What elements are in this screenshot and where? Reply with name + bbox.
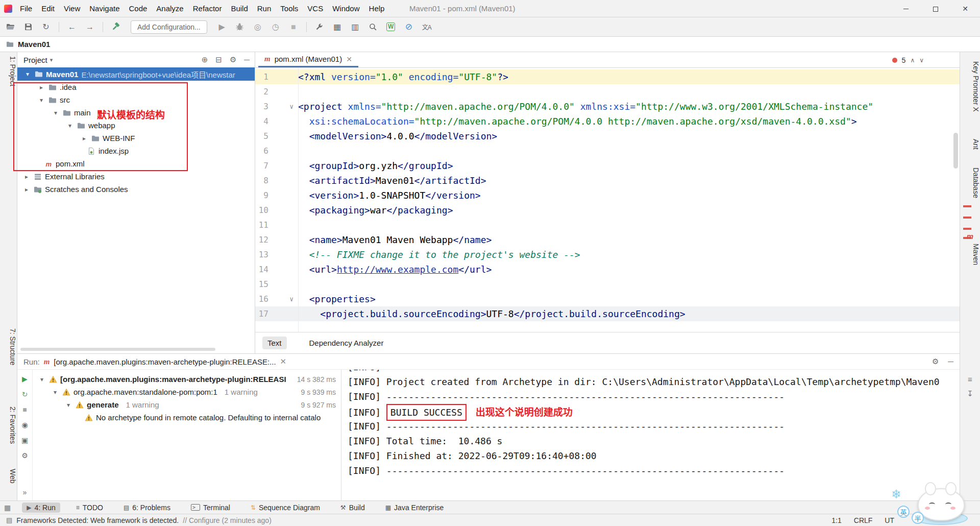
run-tree-item[interactable]: ▾[org.apache.maven.plugins:maven-archety… xyxy=(33,373,341,386)
chevron-right-icon[interactable]: ▸ xyxy=(80,135,88,142)
layout-icon[interactable]: ▥ xyxy=(350,22,360,32)
line-ending[interactable]: CRLF xyxy=(854,516,873,524)
code-line[interactable]: 15 xyxy=(255,277,960,292)
build-hammer-icon[interactable] xyxy=(111,22,121,32)
add-configuration-button[interactable]: Add Configuration... xyxy=(131,20,207,34)
chevron-down-icon[interactable]: ▾ xyxy=(64,401,72,409)
close-icon[interactable]: ✕ xyxy=(346,55,352,63)
code-line[interactable]: 11 xyxy=(255,218,960,232)
power-save-icon[interactable]: ⊘ xyxy=(404,22,414,32)
eye-icon[interactable]: ◉ xyxy=(21,421,28,429)
code-line[interactable]: 14 <url>http://www.example.com</url> xyxy=(255,262,960,277)
menu-item-tools[interactable]: Tools xyxy=(276,3,303,14)
run-tab-label[interactable]: [org.apache.maven.plugins:maven-archetyp… xyxy=(54,357,276,366)
minimize-button[interactable]: ─ xyxy=(891,0,921,17)
editor-scrollbar[interactable] xyxy=(953,133,958,169)
close-button[interactable]: ✕ xyxy=(950,0,980,17)
toolwindow-tab-todo[interactable]: ≡TODO xyxy=(71,503,108,513)
menu-item-refactor[interactable]: Refactor xyxy=(188,3,227,14)
status-message-suffix[interactable]: // Configure (2 minutes ago) xyxy=(183,516,272,524)
tab-dependency-analyzer[interactable]: Dependency Analyzer xyxy=(304,337,389,349)
chevron-right-icon[interactable]: ▸ xyxy=(22,173,31,180)
tab-text[interactable]: Text xyxy=(262,337,287,349)
toolwindow-tab-play[interactable]: ▶4: Run xyxy=(22,503,60,513)
save-icon[interactable] xyxy=(23,22,33,32)
menu-item-file[interactable]: File xyxy=(15,3,37,14)
code-line[interactable]: 3∨<project xmlns="http://maven.apache.or… xyxy=(255,99,960,114)
menu-item-navigate[interactable]: Navigate xyxy=(85,3,124,14)
tree-item--idea[interactable]: ▸.idea xyxy=(17,81,255,93)
run-icon[interactable]: ▶ xyxy=(217,22,227,32)
locate-file-icon[interactable]: ⊕ xyxy=(202,55,208,64)
code-line[interactable]: 17 <project.build.sourceEncoding>UTF-8</… xyxy=(255,306,960,321)
stop-icon[interactable]: ■ xyxy=(288,22,299,32)
toolwindow-tab-java-ee[interactable]: ▦Java Enterprise xyxy=(381,503,449,513)
toolwindow-switcher-icon[interactable]: ▦ xyxy=(4,504,11,512)
ime-lang-badge[interactable]: 英 xyxy=(897,506,910,518)
gear-icon[interactable]: ⚙ xyxy=(230,55,236,64)
settings-wrench-icon[interactable] xyxy=(314,22,325,32)
code-line[interactable]: 1<?xml version="1.0" encoding="UTF-8"?> xyxy=(255,69,960,84)
tree-item-external-libraries[interactable]: ▸External Libraries xyxy=(17,170,255,183)
caret-position[interactable]: 1:1 xyxy=(831,516,841,524)
tree-item-src[interactable]: ▾src xyxy=(17,93,255,106)
sync-icon[interactable]: ↻ xyxy=(41,22,51,32)
console-output[interactable]: [INFO] ---------------------------------… xyxy=(341,370,960,500)
fold-icon[interactable]: ∨ xyxy=(268,292,298,306)
code-area[interactable]: 1<?xml version="1.0" encoding="UTF-8"?>2… xyxy=(255,68,960,332)
menu-item-view[interactable]: View xyxy=(59,3,85,14)
tree-item-pom-xml[interactable]: mpom.xml xyxy=(17,157,255,170)
run-tree-item[interactable]: ▾generate1 warning9 s 927 ms xyxy=(33,398,341,411)
stripe-button-favorites[interactable]: 2: Favorites xyxy=(0,407,17,444)
stripe-button-project[interactable]: 1: Project xyxy=(0,56,17,86)
chevron-right-icon[interactable]: ▸ xyxy=(22,186,31,193)
stripe-button-structure[interactable]: 7: Structure xyxy=(0,328,17,365)
forward-icon[interactable]: → xyxy=(85,22,95,32)
breadcrumb[interactable]: Maven01 xyxy=(18,40,50,49)
code-line[interactable]: 9 <version>1.0-SNAPSHOT</version> xyxy=(255,188,960,203)
wakatime-icon[interactable]: W xyxy=(386,22,396,32)
tree-item-project-root[interactable]: ▾ Maven01 E:\newstart\springboot+vue\ide… xyxy=(17,67,255,81)
chevron-down-icon[interactable]: ▾ xyxy=(23,70,32,78)
chevron-down-icon[interactable]: ▾ xyxy=(52,109,60,116)
soft-wrap-icon[interactable]: ≡ xyxy=(960,375,980,384)
chevron-down-icon[interactable]: ▾ xyxy=(51,389,59,396)
status-message[interactable]: Frameworks Detected: Web framework is de… xyxy=(16,516,179,524)
prev-error-icon[interactable]: ∧ xyxy=(910,57,915,64)
tree-item-scratches-and-consoles[interactable]: ▸Scratches and Consoles xyxy=(17,183,255,196)
rerun-button[interactable]: ▶ xyxy=(22,375,28,383)
code-line[interactable]: 4 xsi:schemaLocation="http://maven.apach… xyxy=(255,114,960,129)
profiler-icon[interactable]: ◷ xyxy=(271,22,281,32)
close-icon[interactable]: ✕ xyxy=(280,357,287,366)
stripe-button-web[interactable]: Web xyxy=(0,469,17,484)
horizontal-scrollbar[interactable] xyxy=(20,348,215,351)
code-line[interactable]: 16∨ <properties> xyxy=(255,292,960,306)
tree-item-web-inf[interactable]: ▸WEB-INF xyxy=(17,132,255,145)
code-line[interactable]: 13 <!-- FIXME change it to the project's… xyxy=(255,247,960,262)
hide-panel-icon[interactable]: ─ xyxy=(948,357,953,366)
menu-item-run[interactable]: Run xyxy=(253,3,276,14)
translate-icon[interactable]: 文A xyxy=(422,22,432,32)
gear-icon[interactable]: ⚙ xyxy=(932,357,939,366)
code-line[interactable]: 7 <groupId>org.yzh</groupId> xyxy=(255,158,960,173)
editor-tab-pom[interactable]: m pom.xml (Maven01) ✕ xyxy=(258,52,358,67)
collapse-all-icon[interactable]: ⊟ xyxy=(215,55,222,64)
coverage-icon[interactable]: ◎ xyxy=(253,22,263,32)
open-icon[interactable] xyxy=(5,22,15,32)
code-line[interactable]: 12 <name>Maven01 Maven Webapp</name> xyxy=(255,232,960,247)
stripe-button-ant[interactable]: Ant xyxy=(960,139,980,150)
stop-button[interactable]: ■ xyxy=(22,405,27,414)
inspection-widget[interactable]: 5 ∧ ∨ xyxy=(892,52,924,68)
stripe-button-database[interactable]: Database xyxy=(960,168,980,198)
debug-icon[interactable] xyxy=(235,22,245,32)
menu-item-code[interactable]: Code xyxy=(124,3,152,14)
camera-icon[interactable]: ▣ xyxy=(21,436,28,444)
project-structure-icon[interactable]: ▦ xyxy=(332,22,342,32)
chevron-down-icon[interactable]: ▾ xyxy=(38,376,46,383)
code-line[interactable]: 2 xyxy=(255,84,960,99)
event-log-icon[interactable]: ▤ xyxy=(6,516,12,524)
more-icon[interactable]: » xyxy=(23,488,27,496)
code-line[interactable]: 6 xyxy=(255,144,960,158)
chevron-down-icon[interactable]: ▾ xyxy=(50,57,53,63)
chevron-right-icon[interactable]: ▸ xyxy=(37,84,45,91)
